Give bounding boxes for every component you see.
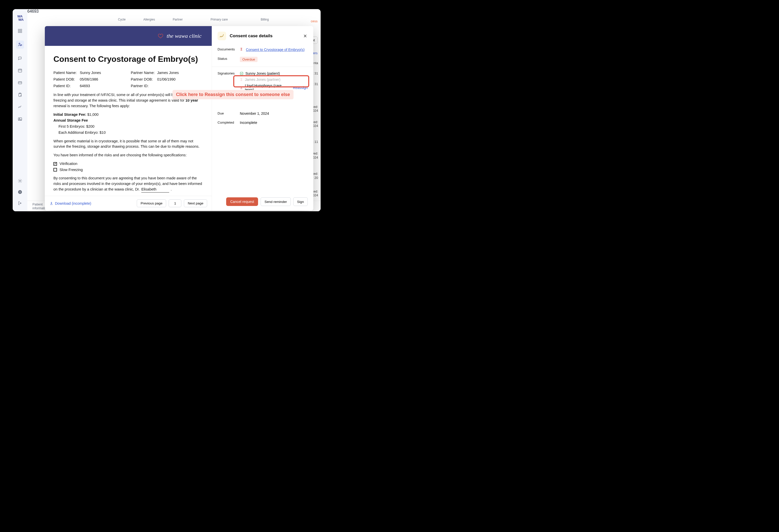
svg-rect-1 [20, 29, 22, 31]
dashboard-icon[interactable] [17, 28, 22, 34]
app-window: WAWA ? [13, 9, 320, 211]
svg-rect-7 [18, 81, 22, 84]
sign-button[interactable]: Sign [293, 197, 308, 206]
patients-icon[interactable] [16, 41, 24, 49]
settings-icon[interactable] [17, 178, 22, 183]
send-reminder-button[interactable]: Send reminder [260, 197, 291, 206]
svg-point-4 [19, 43, 20, 44]
svg-rect-6 [18, 69, 22, 72]
tab-primary-care[interactable]: Primary care [211, 18, 228, 21]
tab-allergies[interactable]: Allergies [143, 18, 155, 21]
completed-label: Completed [218, 121, 240, 124]
download-link[interactable]: Download (incomplete) [49, 201, 91, 205]
logout-icon[interactable] [17, 201, 22, 206]
messages-icon[interactable] [17, 56, 22, 61]
checkbox-vitrification: ✔ Vitrification [53, 161, 203, 167]
patient-meta-grid: Patient Name: Sunny Jones Partner Name: … [53, 70, 203, 88]
svg-rect-2 [18, 32, 19, 33]
status-label: Status [218, 57, 240, 61]
checkbox-unchecked-icon [53, 168, 57, 172]
callout-reassign: Click here to Reassign this consent to s… [173, 90, 294, 99]
due-value: November 1, 2024 [240, 112, 308, 116]
calendar-icon[interactable] [17, 68, 22, 73]
download-icon [49, 201, 53, 205]
signature-mark: ℓ∼ [61, 195, 71, 196]
heart-icon [158, 33, 164, 39]
due-label: Due [218, 112, 240, 115]
signatories-label: Signatories [218, 71, 240, 75]
close-icon[interactable] [303, 34, 308, 39]
svg-point-11 [19, 180, 21, 182]
reassign-link[interactable]: Reassign [293, 85, 308, 90]
paragraph-choice: You have been informed of the risks and … [53, 153, 203, 158]
hourglass-icon [240, 86, 243, 90]
document-header-banner: the wawa clinic [45, 26, 212, 46]
left-nav-rail: WAWA ? [13, 9, 27, 211]
tab-cycle[interactable]: Cycle [118, 18, 126, 21]
signatory-patient: Sunny Jones (patient) [240, 71, 308, 75]
logo: WAWA [16, 15, 24, 21]
help-icon[interactable]: ? [17, 189, 22, 194]
pagination: Previous page Next page [137, 199, 207, 207]
tasks-icon[interactable] [17, 92, 22, 97]
document-title: Consent to Cryostorage of Embryo(s) [53, 53, 203, 65]
document-preview-pane: the wawa clinic Consent to Cryostorage o… [45, 26, 212, 211]
details-title: Consent case details [230, 34, 299, 39]
signatory-partner: James Jones (partner) [240, 77, 308, 81]
patient-id-display: 64693 [27, 9, 39, 13]
hourglass-icon [240, 47, 243, 51]
svg-rect-15 [240, 72, 243, 75]
billing-icon[interactable] [17, 80, 22, 85]
checkbox-slow-freezing: Slow Freezing [53, 167, 203, 173]
previous-page-button[interactable]: Previous page [137, 199, 166, 207]
patient-tabs: Cycle Allergies Partner Primary care Bil… [27, 14, 320, 23]
document-footer: Download (incomplete) Previous page Next… [45, 196, 212, 211]
documents-label: Documents [218, 47, 240, 51]
action-buttons: Cancel request Send reminder Sign [212, 193, 313, 211]
document-body: Consent to Cryostorage of Embryo(s) Pati… [45, 46, 212, 196]
svg-point-10 [19, 118, 20, 119]
hourglass-icon [240, 78, 243, 81]
consent-modal: the wawa clinic Consent to Cryostorage o… [45, 26, 313, 211]
signature-badge-icon [218, 32, 226, 40]
svg-rect-3 [20, 32, 22, 33]
consent-details-pane: Consent case details Documents Consent t… [212, 26, 313, 211]
tab-billing[interactable]: Billing [260, 18, 269, 21]
paragraph-risk: When genetic material is in cryostorage,… [53, 138, 203, 150]
svg-rect-5 [20, 45, 22, 46]
document-viewport[interactable]: the wawa clinic Consent to Cryostorage o… [45, 26, 212, 196]
status-badge: Overdue [240, 57, 257, 62]
cancel-request-button[interactable]: Cancel request [226, 197, 258, 206]
signed-icon [240, 72, 243, 75]
doctor-name-field: Elisabeth [141, 187, 169, 192]
page-number-input[interactable] [169, 199, 181, 207]
clinic-name: the wawa clinic [167, 33, 201, 39]
svg-text:?: ? [19, 191, 21, 193]
checkbox-checked-icon: ✔ [53, 162, 57, 166]
next-page-button[interactable]: Next page [184, 199, 207, 207]
analytics-icon[interactable] [17, 104, 22, 109]
svg-rect-0 [18, 29, 19, 31]
consent-document-link[interactable]: Consent to Cryostorage of Embryo(s) [246, 48, 305, 52]
access-badge-partial: cess [311, 19, 317, 23]
tab-partner[interactable]: Partner [173, 18, 183, 21]
paragraph-consent: By consenting to this document you are a… [53, 176, 203, 192]
images-icon[interactable] [17, 117, 22, 122]
completed-value: Incomplete [240, 121, 308, 125]
